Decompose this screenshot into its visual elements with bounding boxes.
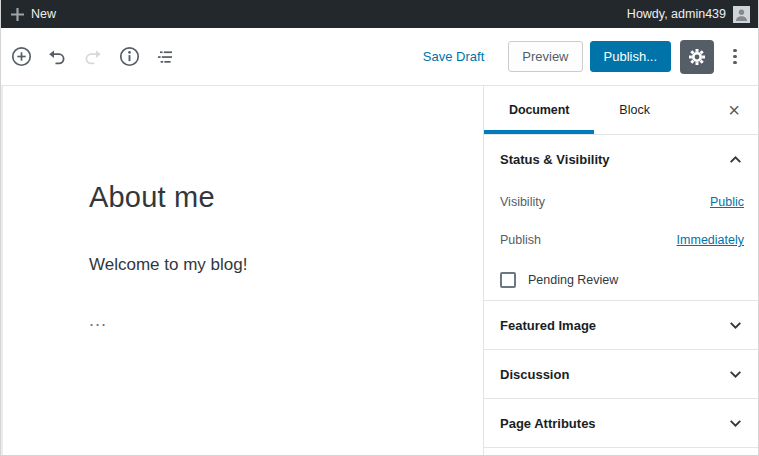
editor-canvas[interactable]: About me Welcome to my blog! ... (1, 86, 483, 456)
publish-label: Publish (500, 233, 541, 247)
more-menu-button[interactable] (724, 40, 746, 74)
redo-icon (83, 47, 103, 67)
undo-icon (47, 47, 67, 67)
pending-review-row: Pending Review (484, 259, 758, 300)
wordpress-editor-window: New Howdy, admin439 (0, 0, 759, 456)
chevron-down-icon (727, 415, 744, 432)
pending-review-label: Pending Review (528, 273, 618, 287)
settings-button[interactable] (680, 40, 714, 74)
publish-row: Publish Immediately (484, 221, 758, 259)
panel-featured-image: Featured Image (484, 301, 758, 350)
sidebar-tabs: Document Block × (484, 86, 758, 135)
panel-title: Status & Visibility (500, 152, 610, 167)
save-draft-button[interactable]: Save Draft (423, 49, 484, 64)
settings-sidebar: Document Block × Status & Visibility Vis… (483, 86, 758, 456)
more-menu-icon (733, 49, 737, 65)
publish-value-link[interactable]: Immediately (677, 233, 744, 247)
block-navigation-button[interactable] (147, 39, 183, 75)
post-title-input[interactable]: About me (89, 181, 215, 214)
chevron-down-icon (727, 317, 744, 334)
content-info-button[interactable] (111, 39, 147, 75)
add-block-icon (11, 46, 32, 67)
visibility-value-link[interactable]: Public (710, 195, 744, 209)
paragraph-block[interactable]: Welcome to my blog! (89, 255, 247, 275)
visibility-label: Visibility (500, 195, 545, 209)
editor-toolbar: Save Draft Preview Publish... (1, 28, 758, 86)
editor-body: About me Welcome to my blog! ... Documen… (1, 86, 758, 456)
tab-document[interactable]: Document (484, 86, 594, 134)
plus-icon (11, 8, 24, 21)
admin-bar-new-label[interactable]: New (31, 7, 56, 21)
panel-title: Featured Image (500, 318, 596, 333)
block-appender[interactable]: ... (89, 310, 107, 331)
add-block-button[interactable] (3, 39, 39, 75)
admin-bar-new-menu[interactable]: New (11, 7, 56, 21)
panel-status-visibility-header[interactable]: Status & Visibility (484, 135, 758, 183)
howdy-text[interactable]: Howdy, admin439 (627, 7, 726, 21)
chevron-down-icon (727, 366, 744, 383)
publish-button[interactable]: Publish... (590, 41, 671, 72)
panel-discussion-header[interactable]: Discussion (484, 350, 758, 398)
undo-button[interactable] (39, 39, 75, 75)
panel-discussion: Discussion (484, 350, 758, 399)
admin-bar: New Howdy, admin439 (1, 0, 758, 28)
toolbar-left-tools (3, 39, 183, 75)
panel-featured-image-header[interactable]: Featured Image (484, 301, 758, 349)
panel-status-visibility: Status & Visibility Visibility Public Pu… (484, 135, 758, 301)
gear-icon (687, 47, 707, 67)
visibility-row: Visibility Public (484, 183, 758, 221)
avatar (733, 6, 750, 23)
chevron-up-icon (727, 151, 744, 168)
tab-block[interactable]: Block (594, 86, 675, 134)
panel-title: Page Attributes (500, 416, 596, 431)
admin-bar-account-menu[interactable]: Howdy, admin439 (627, 6, 750, 23)
info-icon (119, 46, 140, 67)
redo-button[interactable] (75, 39, 111, 75)
panel-page-attributes: Page Attributes (484, 399, 758, 448)
pending-review-checkbox[interactable] (500, 272, 516, 288)
panel-title: Discussion (500, 367, 569, 382)
close-icon: × (728, 99, 740, 122)
preview-button[interactable]: Preview (508, 41, 582, 72)
panel-page-attributes-header[interactable]: Page Attributes (484, 399, 758, 447)
content-structure-icon (155, 47, 175, 67)
close-sidebar-button[interactable]: × (714, 86, 754, 134)
toolbar-right-tools: Save Draft Preview Publish... (423, 40, 746, 74)
